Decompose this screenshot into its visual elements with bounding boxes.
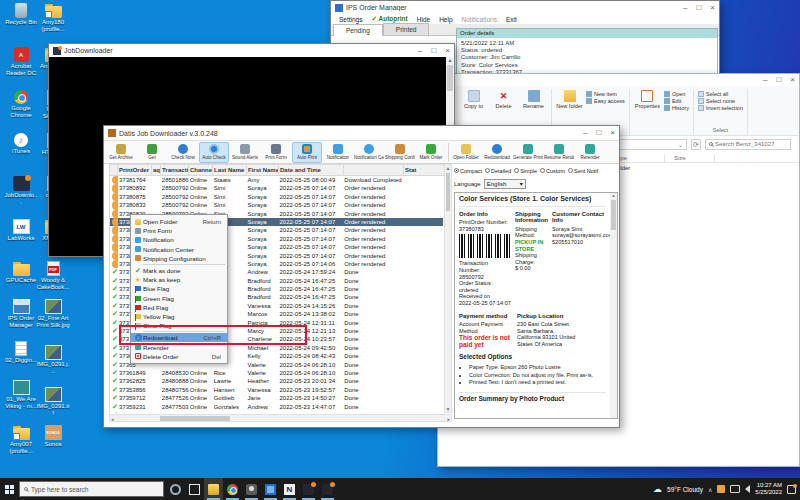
tab-pending[interactable]: Pending [333,24,383,36]
desktop-icon-amy180-profile[interactable]: Amy180 (profile... [36,3,70,32]
scrollbar-thumb[interactable] [446,173,450,211]
table-row[interactable]: ✓3736184928408530OnlineRiceValerie2022-0… [110,369,443,377]
toolbar-generate-prints[interactable]: Generate Prints [513,142,543,163]
maximize-button[interactable]: □ [696,4,701,12]
minimize-button[interactable]: – [763,76,767,84]
desktop-icon-itunes[interactable]: iTunes [4,133,38,155]
start-button[interactable] [0,478,19,500]
context-menu-item-mark-as-done[interactable]: ✓Mark as done [131,266,227,275]
desktop-icon-img-0291-j[interactable]: IMG_0291.j... [36,345,70,374]
desktop-icon-gpucache[interactable]: GPUCache [4,261,38,284]
context-menu-item-mark-as-keep[interactable]: ★Mark as keep [131,275,227,284]
ribbon-open[interactable]: Open [664,91,689,97]
toolbar-notification[interactable]: Notification [323,142,353,163]
column-header-channel[interactable]: Channel [189,165,213,175]
view-option-detailed[interactable]: Detailed [485,168,511,174]
notification-center-icon[interactable] [787,485,796,494]
badge1-taskbar-icon[interactable] [299,478,318,500]
column-header-size[interactable]: Size [674,155,686,161]
toolbar-resume-rendering[interactable]: Resume Rendering [544,142,574,163]
column-header-first-name[interactable]: First Name [247,165,279,175]
context-menu-item-blue-flag[interactable]: Blue Flag [131,284,227,293]
panel-scrollbar[interactable]: ▲ [610,193,617,418]
ribbon-copy-to[interactable]: Copy to [460,89,487,127]
desktop-icon-ips-order-manager[interactable]: IPS Order Manager [4,299,38,328]
cortana-taskbar-icon[interactable] [166,478,185,500]
desktop-icon-02-fine-art-print-silk-jpg[interactable]: 02_Fine Art Print Silk.jpg [36,299,70,328]
desktop-icon-recycle-bin[interactable]: Recycle Bin [4,3,38,26]
table-row[interactable]: ✓3735385628480756OnlineHansenVanessa2022… [110,386,443,394]
toolbar-sound-alerts[interactable]: Sound Alerts [230,142,260,163]
desktop-icon-woody-cakebook[interactable]: PDFWoody & CakeBook... [36,261,70,290]
tab-printed[interactable]: Printed [383,23,430,35]
desktop-icon-acrobat-reader-dc[interactable]: AAcrobat Reader DC [4,47,38,76]
toolbar-redownload[interactable]: Redownload [482,142,512,163]
badge2-taskbar-icon[interactable] [318,478,337,500]
ribbon-select-none[interactable]: Select none [698,98,743,104]
ribbon-edit[interactable]: Edit [664,98,689,104]
refresh-icon[interactable]: ⟳ [691,139,701,150]
desktop-icon-labworks[interactable]: LWLabWorks [4,219,38,242]
ribbon-new-folder[interactable]: New folder [556,89,583,127]
speaker-icon[interactable] [745,485,750,493]
column-header-aq[interactable]: aq [152,165,161,175]
context-menu-item-print-form[interactable]: Print Form [131,226,227,235]
close-button[interactable]: × [610,129,615,137]
scrollbar-thumb[interactable] [160,416,230,421]
table-row[interactable]: ✓3734046828477272OnlineGottliebJane2022-… [110,411,443,413]
scrollbar-thumb[interactable] [611,200,616,230]
toolbar-shipping-configuration[interactable]: Shipping Configuration [385,142,415,163]
ribbon-properties[interactable]: Properties [634,89,661,127]
minimize-button[interactable]: – [418,47,422,55]
toolbar-print-form[interactable]: Print Form [261,142,291,163]
explorer-taskbar-icon[interactable] [204,478,223,500]
column-header-printorder[interactable]: PrintOrder [118,165,152,175]
labview-taskbar-icon[interactable]: N [280,478,299,500]
ribbon-delete[interactable]: ✕Delete [490,89,517,127]
weather-text[interactable]: 59°F Cloudy [667,486,703,493]
toolbar-rerender[interactable]: Rerender [575,142,605,163]
toolbar-notification-center[interactable]: Notification Center [354,142,384,163]
view-option-custom[interactable]: Custom [540,168,565,174]
taskbar-clock[interactable]: 10:27 AM5/25/2022 [755,482,782,496]
ribbon-new-item[interactable]: New item [586,91,625,97]
ribbon-invert-selection[interactable]: Invert selection [698,105,743,111]
desktop-icon-google-chrome[interactable]: Google Chrome [4,90,38,118]
view-option-sent-notif[interactable]: Sent Notif. [568,168,600,174]
close-button[interactable]: × [445,47,450,55]
desktop-icon-jobdownlo[interactable]: JobDownlo... [4,176,38,205]
desktop-icon-01-we-are-viking-m[interactable]: 01_We Are Viking - m... [4,380,38,409]
desktop-icon-sonos[interactable]: SONOSSonos [36,425,70,448]
menu-item-settings[interactable]: Settings [339,16,363,23]
scrollbar-thumb[interactable] [447,65,453,91]
context-menu-item-notification[interactable]: Notification [131,235,227,244]
table-row[interactable]: ✓3735971228477526OnlineGottliebJane2022-… [110,394,443,402]
table-row[interactable]: 3738083328500792OnlineSimiSoraya2022-05-… [110,201,443,209]
column-header-date-and-time[interactable]: Date and Time [279,165,344,175]
maximize-button[interactable]: □ [431,47,436,55]
table-vertical-scrollbar[interactable]: ▲▼ [444,164,452,413]
explorer-search-input[interactable]: Search Bentz_341027 [705,139,791,150]
context-menu-item-green-flag[interactable]: Green Flag [131,294,227,303]
close-button[interactable]: × [710,4,715,12]
weather-cloud-icon[interactable]: ☁ [653,484,662,494]
column-header-transaction[interactable]: Transaction [161,165,189,175]
context-menu-item-red-flag[interactable]: Red Flag [131,303,227,312]
taskbar-search-input[interactable]: Type here to search [19,481,164,497]
table-row[interactable]: ✓3735923128477503OnlineGonzalesAndrew202… [110,403,443,411]
context-menu-item-notification-center[interactable]: Notification Center [131,245,227,254]
ribbon-rename[interactable]: Rename [520,89,547,127]
column-header-last-name[interactable]: Last Name [213,165,247,175]
table-row[interactable]: 3738089228500792OnlineSimiSoraya2022-05-… [110,184,443,192]
desktop-icon-amy007-profile[interactable]: Amy007 (profile... [4,425,38,454]
menu-item-notifications[interactable]: Notifications [462,16,497,23]
people-taskbar-icon[interactable] [242,478,261,500]
chevron-down-icon[interactable]: ⌄ [678,141,683,148]
maximize-button[interactable]: □ [596,129,601,137]
language-select[interactable]: English▾ [484,179,526,189]
maximize-button[interactable]: □ [776,76,781,84]
ribbon-select-all[interactable]: Select all [698,91,743,97]
desktop-icon-02-diggin[interactable]: 02_Diggin... [4,341,38,364]
display-icon[interactable] [730,485,740,493]
toolbar-get[interactable]: Get [137,142,167,163]
